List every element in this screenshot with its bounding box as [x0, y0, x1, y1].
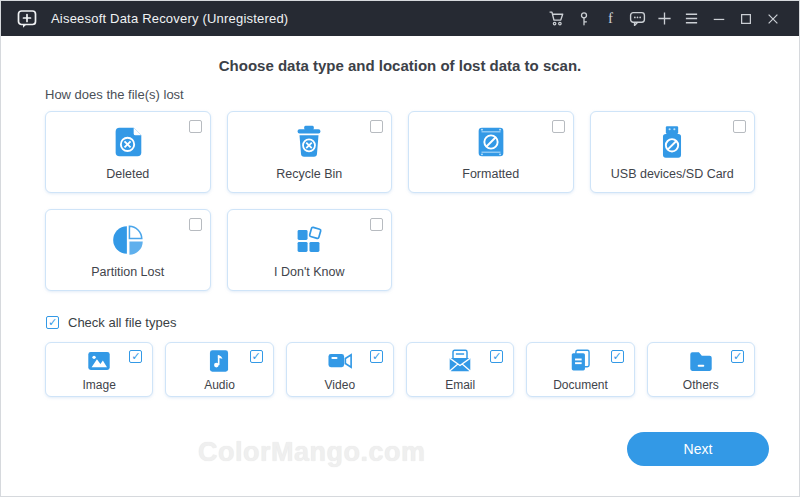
filetype-label: Video: [325, 378, 355, 392]
scan-option-label: I Don't Know: [274, 265, 344, 279]
filetype-video[interactable]: Video: [286, 342, 394, 397]
scan-section-label: How does the file(s) lost: [45, 87, 755, 102]
others-checkbox[interactable]: [731, 350, 744, 363]
filetype-email[interactable]: Email: [406, 342, 514, 397]
filetype-others[interactable]: Others: [647, 342, 755, 397]
formatted-drive-icon: [472, 123, 510, 161]
formatted-checkbox[interactable]: [552, 120, 565, 133]
facebook-icon[interactable]: f: [598, 6, 623, 31]
main-content: Choose data type and location of lost da…: [1, 57, 799, 397]
filetype-label: Image: [82, 378, 115, 392]
others-folder-icon: [687, 347, 715, 375]
scan-options-row-2: Partition Lost I Don't Know: [45, 209, 755, 291]
key-icon[interactable]: [571, 6, 596, 31]
filetype-label: Others: [683, 378, 719, 392]
check-all-checkbox[interactable]: [46, 316, 59, 329]
scan-option-label: USB devices/SD Card: [611, 167, 734, 181]
scan-option-formatted[interactable]: Formatted: [408, 111, 574, 193]
email-icon: [446, 347, 474, 375]
scan-option-label: Formatted: [462, 167, 519, 181]
image-checkbox[interactable]: [129, 350, 142, 363]
document-icon: [566, 347, 594, 375]
audio-checkbox[interactable]: [250, 350, 263, 363]
close-icon[interactable]: [760, 6, 785, 31]
partition-pie-icon: [109, 221, 147, 259]
scan-option-partition-lost[interactable]: Partition Lost: [45, 209, 211, 291]
email-checkbox[interactable]: [490, 350, 503, 363]
filetype-label: Email: [445, 378, 475, 392]
image-icon: [85, 347, 113, 375]
file-types-row: Image Audio Video: [45, 342, 755, 397]
audio-icon: [205, 347, 233, 375]
partition-lost-checkbox[interactable]: [189, 218, 202, 231]
check-all-file-types[interactable]: Check all file types: [46, 315, 755, 330]
scan-option-label: Deleted: [106, 167, 149, 181]
check-all-label: Check all file types: [68, 315, 176, 330]
app-window: Aiseesoft Data Recovery (Unregistered) f: [0, 0, 800, 497]
page-title: Choose data type and location of lost da…: [45, 57, 755, 74]
video-icon: [326, 347, 354, 375]
unknown-blocks-icon: [290, 221, 328, 259]
titlebar-actions: f: [544, 6, 785, 31]
recycle-bin-checkbox[interactable]: [370, 120, 383, 133]
app-logo-icon: [15, 7, 39, 31]
titlebar: Aiseesoft Data Recovery (Unregistered) f: [1, 1, 799, 36]
filetype-label: Document: [553, 378, 608, 392]
video-checkbox[interactable]: [370, 350, 383, 363]
usb-sd-checkbox[interactable]: [733, 120, 746, 133]
filetype-audio[interactable]: Audio: [165, 342, 273, 397]
menu-icon[interactable]: [679, 6, 704, 31]
minimize-icon[interactable]: [706, 6, 731, 31]
next-button[interactable]: Next: [627, 432, 769, 466]
feedback-icon[interactable]: [625, 6, 650, 31]
scan-option-label: Recycle Bin: [276, 167, 342, 181]
cart-icon[interactable]: [544, 6, 569, 31]
scan-option-i-dont-know[interactable]: I Don't Know: [227, 209, 393, 291]
deleted-checkbox[interactable]: [189, 120, 202, 133]
filetype-document[interactable]: Document: [526, 342, 634, 397]
filetype-image[interactable]: Image: [45, 342, 153, 397]
i-dont-know-checkbox[interactable]: [370, 218, 383, 231]
scan-option-label: Partition Lost: [91, 265, 164, 279]
scan-option-usb-sd[interactable]: USB devices/SD Card: [590, 111, 756, 193]
filetype-label: Audio: [204, 378, 235, 392]
scan-option-deleted[interactable]: Deleted: [45, 111, 211, 193]
scan-options-row-1: Deleted Recycle Bin: [45, 111, 755, 193]
colormango-watermark: ColorMango.com: [198, 437, 426, 468]
deleted-file-icon: [109, 123, 147, 161]
window-title: Aiseesoft Data Recovery (Unregistered): [51, 11, 288, 26]
scan-option-recycle-bin[interactable]: Recycle Bin: [227, 111, 393, 193]
maximize-icon[interactable]: [733, 6, 758, 31]
usb-drive-icon: [653, 123, 691, 161]
document-checkbox[interactable]: [611, 350, 624, 363]
add-icon[interactable]: [652, 6, 677, 31]
recycle-bin-icon: [290, 123, 328, 161]
